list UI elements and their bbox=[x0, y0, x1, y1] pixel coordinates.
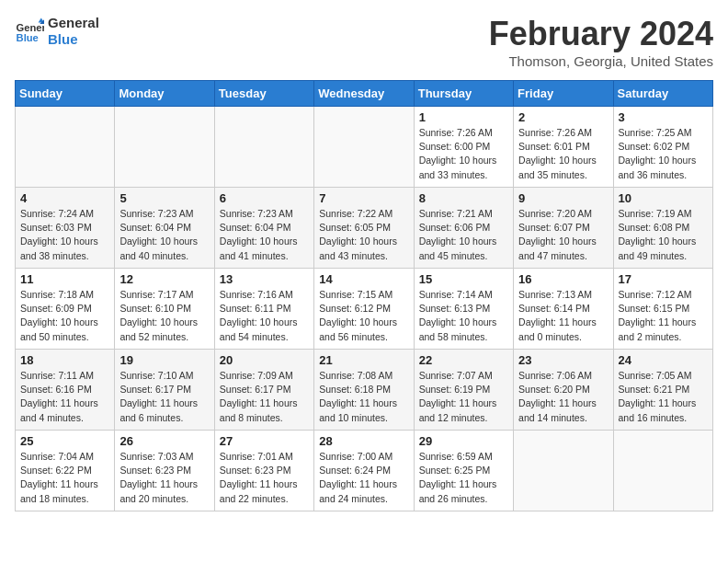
cell-content: Sunrise: 7:23 AMSunset: 6:04 PMDaylight:… bbox=[220, 207, 309, 263]
header-row: SundayMondayTuesdayWednesdayThursdayFrid… bbox=[16, 81, 713, 107]
page-title: February 2024 bbox=[489, 15, 713, 53]
day-number: 28 bbox=[319, 434, 408, 448]
calendar-cell bbox=[314, 107, 414, 188]
calendar-cell: 27Sunrise: 7:01 AMSunset: 6:23 PMDayligh… bbox=[214, 431, 313, 511]
calendar-cell: 24Sunrise: 7:05 AMSunset: 6:21 PMDayligh… bbox=[613, 350, 712, 431]
logo: General Blue General Blue bbox=[15, 15, 99, 48]
header-cell-wednesday: Wednesday bbox=[314, 81, 414, 107]
day-number: 4 bbox=[20, 191, 109, 205]
calendar-cell: 5Sunrise: 7:23 AMSunset: 6:04 PMDaylight… bbox=[115, 188, 214, 269]
day-number: 7 bbox=[319, 191, 408, 205]
calendar-cell bbox=[613, 431, 712, 511]
cell-content: Sunrise: 7:15 AMSunset: 6:12 PMDaylight:… bbox=[319, 288, 408, 344]
day-number: 29 bbox=[419, 434, 508, 448]
day-number: 17 bbox=[619, 272, 708, 286]
header-cell-saturday: Saturday bbox=[613, 81, 712, 107]
cell-content: Sunrise: 7:05 AMSunset: 6:21 PMDaylight:… bbox=[619, 369, 708, 425]
cell-content: Sunrise: 7:26 AMSunset: 6:01 PMDaylight:… bbox=[518, 126, 608, 182]
calendar-cell bbox=[115, 107, 214, 188]
cell-content: Sunrise: 7:10 AMSunset: 6:17 PMDaylight:… bbox=[119, 369, 209, 425]
day-number: 19 bbox=[119, 353, 209, 367]
header-cell-monday: Monday bbox=[115, 81, 214, 107]
cell-content: Sunrise: 6:59 AMSunset: 6:25 PMDaylight:… bbox=[419, 450, 508, 506]
cell-content: Sunrise: 7:19 AMSunset: 6:08 PMDaylight:… bbox=[619, 207, 708, 263]
calendar-cell: 1Sunrise: 7:26 AMSunset: 6:00 PMDaylight… bbox=[414, 107, 513, 188]
cell-content: Sunrise: 7:03 AMSunset: 6:23 PMDaylight:… bbox=[119, 450, 209, 506]
calendar-cell: 17Sunrise: 7:12 AMSunset: 6:15 PMDayligh… bbox=[613, 269, 712, 350]
calendar-cell: 12Sunrise: 7:17 AMSunset: 6:10 PMDayligh… bbox=[115, 269, 214, 350]
cell-content: Sunrise: 7:04 AMSunset: 6:22 PMDaylight:… bbox=[20, 450, 109, 506]
cell-content: Sunrise: 7:00 AMSunset: 6:24 PMDaylight:… bbox=[319, 450, 408, 506]
calendar-cell: 14Sunrise: 7:15 AMSunset: 6:12 PMDayligh… bbox=[314, 269, 414, 350]
logo-blue: Blue bbox=[48, 31, 99, 48]
calendar-cell: 15Sunrise: 7:14 AMSunset: 6:13 PMDayligh… bbox=[414, 269, 513, 350]
cell-content: Sunrise: 7:17 AMSunset: 6:10 PMDaylight:… bbox=[119, 288, 209, 344]
calendar-cell: 18Sunrise: 7:11 AMSunset: 6:16 PMDayligh… bbox=[16, 350, 115, 431]
calendar-cell: 23Sunrise: 7:06 AMSunset: 6:20 PMDayligh… bbox=[514, 350, 613, 431]
calendar-cell: 28Sunrise: 7:00 AMSunset: 6:24 PMDayligh… bbox=[314, 431, 414, 511]
day-number: 11 bbox=[20, 272, 109, 286]
title-area: February 2024 Thomson, Georgia, United S… bbox=[489, 15, 713, 69]
week-row-2: 11Sunrise: 7:18 AMSunset: 6:09 PMDayligh… bbox=[16, 269, 713, 350]
calendar-cell: 7Sunrise: 7:22 AMSunset: 6:05 PMDaylight… bbox=[314, 188, 414, 269]
week-row-3: 18Sunrise: 7:11 AMSunset: 6:16 PMDayligh… bbox=[16, 350, 713, 431]
cell-content: Sunrise: 7:18 AMSunset: 6:09 PMDaylight:… bbox=[20, 288, 109, 344]
calendar-cell: 26Sunrise: 7:03 AMSunset: 6:23 PMDayligh… bbox=[115, 431, 214, 511]
calendar-cell: 16Sunrise: 7:13 AMSunset: 6:14 PMDayligh… bbox=[514, 269, 613, 350]
day-number: 25 bbox=[20, 434, 109, 448]
day-number: 18 bbox=[20, 353, 109, 367]
day-number: 20 bbox=[220, 353, 309, 367]
day-number: 21 bbox=[319, 353, 408, 367]
calendar-cell: 2Sunrise: 7:26 AMSunset: 6:01 PMDaylight… bbox=[514, 107, 613, 188]
cell-content: Sunrise: 7:24 AMSunset: 6:03 PMDaylight:… bbox=[20, 207, 109, 263]
cell-content: Sunrise: 7:14 AMSunset: 6:13 PMDaylight:… bbox=[419, 288, 508, 344]
day-number: 12 bbox=[119, 272, 209, 286]
header: General Blue General Blue February 2024 … bbox=[15, 15, 713, 69]
calendar-table: SundayMondayTuesdayWednesdayThursdayFrid… bbox=[15, 80, 713, 511]
day-number: 23 bbox=[518, 353, 608, 367]
day-number: 14 bbox=[319, 272, 408, 286]
header-cell-tuesday: Tuesday bbox=[214, 81, 313, 107]
header-cell-friday: Friday bbox=[514, 81, 613, 107]
cell-content: Sunrise: 7:11 AMSunset: 6:16 PMDaylight:… bbox=[20, 369, 109, 425]
day-number: 16 bbox=[518, 272, 608, 286]
day-number: 3 bbox=[619, 110, 708, 124]
header-cell-thursday: Thursday bbox=[414, 81, 513, 107]
cell-content: Sunrise: 7:01 AMSunset: 6:23 PMDaylight:… bbox=[220, 450, 309, 506]
cell-content: Sunrise: 7:13 AMSunset: 6:14 PMDaylight:… bbox=[518, 288, 608, 344]
cell-content: Sunrise: 7:07 AMSunset: 6:19 PMDaylight:… bbox=[419, 369, 508, 425]
week-row-1: 4Sunrise: 7:24 AMSunset: 6:03 PMDaylight… bbox=[16, 188, 713, 269]
week-row-0: 1Sunrise: 7:26 AMSunset: 6:00 PMDaylight… bbox=[16, 107, 713, 188]
calendar-cell: 3Sunrise: 7:25 AMSunset: 6:02 PMDaylight… bbox=[613, 107, 712, 188]
calendar-cell: 21Sunrise: 7:08 AMSunset: 6:18 PMDayligh… bbox=[314, 350, 414, 431]
calendar-cell: 11Sunrise: 7:18 AMSunset: 6:09 PMDayligh… bbox=[16, 269, 115, 350]
day-number: 8 bbox=[419, 191, 508, 205]
cell-content: Sunrise: 7:12 AMSunset: 6:15 PMDaylight:… bbox=[619, 288, 708, 344]
day-number: 5 bbox=[119, 191, 209, 205]
day-number: 27 bbox=[220, 434, 309, 448]
cell-content: Sunrise: 7:26 AMSunset: 6:00 PMDaylight:… bbox=[419, 126, 508, 182]
calendar-cell: 25Sunrise: 7:04 AMSunset: 6:22 PMDayligh… bbox=[16, 431, 115, 511]
calendar-cell: 10Sunrise: 7:19 AMSunset: 6:08 PMDayligh… bbox=[613, 188, 712, 269]
calendar-cell: 20Sunrise: 7:09 AMSunset: 6:17 PMDayligh… bbox=[214, 350, 313, 431]
logo-icon: General Blue bbox=[15, 17, 44, 46]
week-row-4: 25Sunrise: 7:04 AMSunset: 6:22 PMDayligh… bbox=[16, 431, 713, 511]
day-number: 10 bbox=[619, 191, 708, 205]
cell-content: Sunrise: 7:08 AMSunset: 6:18 PMDaylight:… bbox=[319, 369, 408, 425]
cell-content: Sunrise: 7:21 AMSunset: 6:06 PMDaylight:… bbox=[419, 207, 508, 263]
cell-content: Sunrise: 7:06 AMSunset: 6:20 PMDaylight:… bbox=[518, 369, 608, 425]
page-subtitle: Thomson, Georgia, United States bbox=[489, 53, 713, 69]
calendar-cell bbox=[214, 107, 313, 188]
cell-content: Sunrise: 7:09 AMSunset: 6:17 PMDaylight:… bbox=[220, 369, 309, 425]
cell-content: Sunrise: 7:22 AMSunset: 6:05 PMDaylight:… bbox=[319, 207, 408, 263]
calendar-cell: 8Sunrise: 7:21 AMSunset: 6:06 PMDaylight… bbox=[414, 188, 513, 269]
day-number: 6 bbox=[220, 191, 309, 205]
day-number: 15 bbox=[419, 272, 508, 286]
logo-general: General bbox=[48, 15, 99, 31]
day-number: 9 bbox=[518, 191, 608, 205]
calendar-cell bbox=[514, 431, 613, 511]
day-number: 24 bbox=[619, 353, 708, 367]
day-number: 1 bbox=[419, 110, 508, 124]
day-number: 22 bbox=[419, 353, 508, 367]
calendar-cell: 6Sunrise: 7:23 AMSunset: 6:04 PMDaylight… bbox=[214, 188, 313, 269]
